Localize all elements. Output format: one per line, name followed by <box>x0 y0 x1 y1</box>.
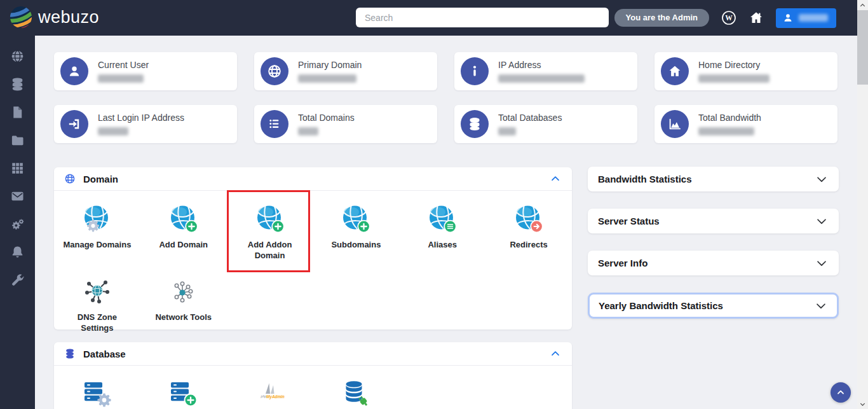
scrollbar-track[interactable] <box>857 85 868 399</box>
chevron-down-icon <box>814 299 828 313</box>
svg-text:MyAdmin: MyAdmin <box>266 394 285 399</box>
sidebar-item-file[interactable] <box>0 98 35 126</box>
svg-text:php: php <box>260 394 266 398</box>
card-list-icon <box>261 110 288 138</box>
webuzo-logo[interactable]: webuzo <box>9 5 99 29</box>
webuzo-logo-icon <box>9 5 33 29</box>
stat-card-total-domains: Total Domains <box>254 105 437 143</box>
chevron-down-icon <box>815 256 829 270</box>
side-file-icon <box>10 105 25 120</box>
card-info-icon <box>461 57 489 85</box>
database-section-title: Database <box>83 349 126 359</box>
chevron-up-icon <box>836 387 846 398</box>
header-globe-icon <box>64 173 76 184</box>
domain-section-header: Domain <box>54 167 572 191</box>
card-login-icon <box>60 110 88 138</box>
user-menu-button[interactable] <box>776 8 836 28</box>
domain-item-redirects[interactable]: Redirects <box>485 196 572 268</box>
domain-item-add-addon-domain[interactable]: Add Addon Domain <box>227 196 313 268</box>
stat-card-total-bandwidth: Total Bandwidth <box>654 105 837 143</box>
sidebar-item-grid[interactable] <box>0 154 35 182</box>
card-home-icon <box>661 57 689 85</box>
domain-item-manage-domains[interactable]: Manage Domains <box>54 196 140 268</box>
side-globe-icon <box>10 49 25 64</box>
domain-item-label: Aliases <box>428 239 457 250</box>
stat-card-value-redacted <box>698 127 754 135</box>
top-navbar: webuzo You are the Admin W <box>0 0 857 36</box>
domain-item-aliases[interactable]: Aliases <box>399 196 485 268</box>
scroll-to-top-button[interactable] <box>831 382 851 403</box>
sidebar-item-globe[interactable] <box>0 42 35 70</box>
side-grid-icon <box>10 161 25 176</box>
webuzo-dashboard: webuzo You are the Admin W <box>0 0 868 409</box>
scrollbar-down-arrow-icon[interactable] <box>857 399 868 409</box>
domain-item-label: DNS Zone Settings <box>62 312 132 333</box>
domain-item-network-tools[interactable]: Network Tools <box>140 268 227 341</box>
domain-item-label: Redirects <box>510 239 547 250</box>
stat-card-home-directory: Home Directory <box>654 52 837 90</box>
scrollbar-up-arrow-icon[interactable] <box>857 0 868 10</box>
scrollbar-thumb[interactable] <box>857 10 868 85</box>
side-database-icon <box>10 77 25 92</box>
card-globe-icon <box>261 57 288 85</box>
database-item-server-plus[interactable] <box>140 371 227 409</box>
domain-section-panel: Domain Manage Domains Add Domain Add Add… <box>54 167 572 329</box>
globe-plus-icon <box>168 204 199 234</box>
search-input[interactable] <box>356 8 609 27</box>
stat-card-value-redacted <box>498 127 516 135</box>
side-mail-icon <box>10 189 25 204</box>
stat-card-last-login-ip-address: Last Login IP Address <box>54 105 237 143</box>
stat-card-current-user: Current User <box>54 52 237 90</box>
stat-card-title: Last Login IP Address <box>98 113 184 123</box>
right-accordion-list: Bandwidth Statistics Server Status Serve… <box>588 167 839 336</box>
domain-item-subdomains[interactable]: Subdomains <box>313 196 399 268</box>
stat-card-total-databases: Total Databases <box>454 105 637 143</box>
database-item-server-gear[interactable] <box>54 371 140 409</box>
stat-card-title: Total Databases <box>498 113 562 123</box>
domain-item-add-domain[interactable]: Add Domain <box>140 196 227 268</box>
accordion-bandwidth-statistics[interactable]: Bandwidth Statistics <box>588 167 839 191</box>
accordion-server-status[interactable]: Server Status <box>588 209 839 233</box>
admin-role-badge: You are the Admin <box>614 9 709 27</box>
stat-card-title: Total Domains <box>298 113 355 123</box>
domain-item-label: Manage Domains <box>63 239 131 250</box>
stat-card-value-redacted <box>98 127 128 135</box>
sidebar-item-gears[interactable] <box>0 210 35 238</box>
database-section-header: Database <box>54 342 572 366</box>
domain-collapse-chevron-up-icon[interactable] <box>549 172 562 185</box>
domain-item-label: Add Addon Domain <box>235 239 305 261</box>
database-item-database-plug[interactable] <box>313 371 399 409</box>
chevron-down-icon <box>815 214 829 228</box>
stat-card-value-redacted <box>298 127 318 135</box>
stat-card-title: Current User <box>98 60 149 70</box>
home-icon[interactable] <box>749 10 764 25</box>
page-scrollbar[interactable] <box>857 0 868 409</box>
sidebar-item-database[interactable] <box>0 70 35 98</box>
server-plus-icon <box>168 378 199 409</box>
wordpress-icon[interactable]: W <box>721 10 736 25</box>
sidebar-item-wrench[interactable] <box>0 266 35 294</box>
webuzo-logo-text: webuzo <box>38 8 99 27</box>
sidebar-item-mail[interactable] <box>0 182 35 210</box>
globe-arrow-icon <box>513 204 544 234</box>
database-collapse-chevron-up-icon[interactable] <box>549 347 562 360</box>
domain-section-title: Domain <box>83 174 118 184</box>
left-sidebar <box>0 36 35 409</box>
accordion-server-info[interactable]: Server Info <box>588 251 839 275</box>
side-bell-icon <box>10 245 25 260</box>
domain-items-grid: Manage Domains Add Domain Add Addon Doma… <box>54 191 572 341</box>
sidebar-item-bell[interactable] <box>0 238 35 266</box>
side-wrench-icon <box>10 273 25 288</box>
username-redacted <box>799 14 828 22</box>
accordion-label: Bandwidth Statistics <box>598 174 692 184</box>
sidebar-item-folder[interactable] <box>0 126 35 154</box>
accordion-yearly-bandwidth-statistics[interactable]: Yearly Bandwidth Statistics <box>588 293 839 319</box>
domain-item-dns-zone-settings[interactable]: DNS Zone Settings <box>54 268 140 341</box>
globe-plus-icon <box>255 204 285 234</box>
globe-list-icon <box>427 204 458 234</box>
accordion-label: Yearly Bandwidth Statistics <box>599 300 723 311</box>
svg-text:W: W <box>725 14 733 22</box>
database-item-phpmyadmin[interactable]: phpMyAdmin <box>227 371 313 409</box>
domain-item-label: Network Tools <box>155 312 212 322</box>
database-plug-icon <box>341 378 371 409</box>
